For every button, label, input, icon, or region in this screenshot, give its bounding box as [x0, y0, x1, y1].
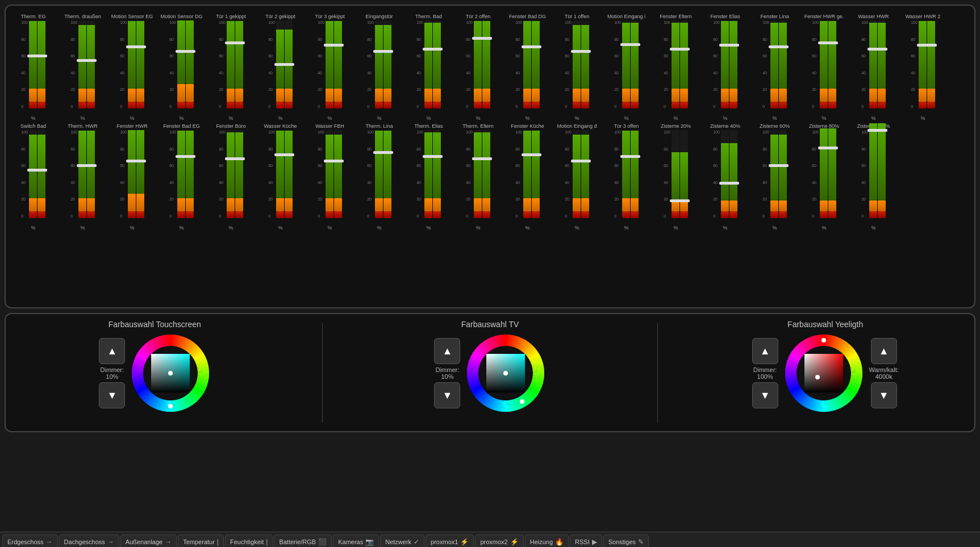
bar-left: [820, 130, 828, 218]
nav-label: Heizung: [530, 538, 553, 545]
bars: [523, 20, 540, 108]
sensor-percent-sign: %: [179, 115, 184, 121]
y-axis: 100 80 60 40 20 0: [762, 20, 769, 108]
sensor-item: Therm. EG 100 80 60 40 20 0: [9, 14, 57, 121]
color-wheel[interactable]: [466, 333, 545, 413]
sensor-percent-sign: %: [772, 225, 777, 231]
bar-right: [285, 130, 293, 218]
sensor-percent-sign: %: [377, 225, 381, 231]
nav-icon: 📷: [365, 538, 374, 546]
y-axis: 100 80 60 40 20 0: [367, 130, 374, 218]
thumb: [431, 48, 443, 51]
bar-left: [770, 20, 778, 108]
sensor-label: Zisterne 60%: [750, 123, 799, 129]
bars: [78, 20, 95, 108]
sensor-percent-sign: %: [525, 225, 529, 231]
bar-right: [532, 20, 540, 108]
bar-left: [177, 20, 185, 108]
bar-right: [37, 130, 45, 218]
dimmer-up-button[interactable]: ▲: [434, 338, 460, 364]
bars: [227, 20, 243, 108]
hue-picker-dot[interactable]: [821, 338, 826, 343]
sensor-item: Zisterne 100% 100 80 60 40 20 0: [849, 123, 898, 231]
color-picker-dot[interactable]: [503, 371, 508, 375]
bar-left: [523, 20, 531, 108]
thumb: [382, 151, 393, 154]
thumb: [678, 199, 690, 202]
nav-item-netzwerk[interactable]: Netzwerk ✓: [380, 535, 424, 547]
sensor-percent-sign: %: [723, 115, 727, 121]
y-axis: 100 80 60 40 20 0: [219, 20, 226, 108]
bar-right: [433, 130, 441, 218]
color-wheel[interactable]: [784, 333, 864, 413]
y-axis: 100 80 60 40 20 0: [466, 20, 473, 108]
thumb: [382, 50, 393, 53]
sensor-label: Tür 1 gekippt: [207, 14, 255, 19]
nav-label: Netzwerk: [385, 538, 411, 545]
bars: [573, 130, 589, 218]
sensor-label: Therm. EG: [9, 14, 57, 19]
sensor-percent-sign: %: [723, 225, 727, 231]
nav-item-sonstiges[interactable]: Sonstiges ✎: [603, 535, 649, 547]
nav-item-erdgeschoss[interactable]: Erdgeschoss →: [2, 535, 58, 547]
nav-icon: ⚡: [510, 538, 519, 546]
sensor-label: Fenster Elias: [701, 14, 749, 19]
bar-right: [729, 20, 737, 108]
sensor-percent-sign: %: [624, 115, 628, 121]
sensor-chart: 100 80 60 40 20 0: [120, 130, 144, 224]
sensor-chart: 100 80 60 40 20 0: [21, 20, 45, 114]
nav-item-proxmox2[interactable]: proxmox2 ⚡: [475, 535, 523, 547]
warm-cool-up-button[interactable]: ▲: [871, 338, 897, 364]
thumb: [579, 50, 591, 53]
color-wheel[interactable]: [131, 333, 210, 413]
hue-picker-dot[interactable]: [520, 399, 524, 404]
nav-item-batterie-rgb[interactable]: Batterie/RGB ⬛: [274, 535, 332, 547]
sensor-chart: 100 80 60 40 20 0: [762, 130, 787, 224]
sensor-label: Therm. draußen: [59, 14, 107, 19]
nav-icon: →: [46, 538, 53, 546]
dimmer-down-button[interactable]: ▼: [99, 382, 125, 408]
bar-left: [474, 20, 482, 108]
nav-item-heizung[interactable]: Heizung 🔥: [525, 535, 569, 547]
y-axis: 100 80 60 40 20 0: [169, 130, 176, 218]
sensor-chart: 100 80 60 40 20 0: [416, 130, 441, 224]
nav-item-kameras[interactable]: Kameras 📷: [333, 535, 379, 547]
nav-item-außenanlage[interactable]: Außenanlage →: [120, 535, 177, 547]
hue-picker-dot[interactable]: [168, 404, 173, 408]
warm-cool-down-button[interactable]: ▼: [871, 382, 897, 408]
sensor-item: Therm. Lina 100 80 60 40 20 0: [355, 123, 403, 231]
dimmer-down-button[interactable]: ▼: [434, 382, 460, 408]
nav-item-feuchtigkeit[interactable]: Feuchtigkeit |: [225, 535, 273, 547]
dimmer-up-button[interactable]: ▲: [752, 338, 778, 364]
warm-cool-label: Warm/kalt:4000k: [869, 366, 899, 380]
sensor-item: Motion Sensor EG 100 80 60 40 20 0: [108, 14, 156, 121]
sensor-chart: 100 80 60 40 20 0: [466, 20, 490, 114]
sensor-item: Wasser HWR 2 100 80 60 40 20 0: [899, 14, 947, 121]
sensor-percent-sign: %: [821, 115, 826, 121]
thumb: [233, 157, 245, 160]
nav-item-temperatur[interactable]: Temperatur |: [178, 535, 224, 547]
sensor-label: Fenster Lina: [750, 14, 799, 19]
bars: [919, 20, 935, 108]
dimmer-control: ▲ Dimmer:10% ▼: [434, 338, 460, 408]
sensor-chart: 100 80 60 40 20 0: [70, 130, 95, 224]
y-axis: 100 80 60 40 20 0: [762, 130, 769, 218]
dimmer-up-button[interactable]: ▲: [99, 338, 125, 364]
sensor-chart: 100 80 60 40 20 0: [169, 20, 194, 114]
dimmer-down-button[interactable]: ▼: [752, 382, 778, 408]
bars: [869, 20, 886, 108]
nav-item-rssi[interactable]: RSSI ▶: [570, 535, 602, 547]
sensor-item: Tür 1 offen 100 80 60 40 20 0: [553, 14, 601, 121]
bars: [721, 20, 737, 108]
sensor-label: Tür 1 offen: [553, 14, 601, 19]
bar-right: [680, 130, 688, 218]
color-picker-dot[interactable]: [168, 371, 173, 375]
dimmer-value: 10%: [441, 373, 453, 380]
dimmer-control: ▲ Dimmer:100% ▼: [752, 338, 778, 408]
sensor-chart: 100 80 60 40 20 0: [565, 130, 589, 224]
color-picker-dot[interactable]: [815, 375, 820, 379]
nav-item-dachgeschoss[interactable]: Dachgeschoss →: [59, 535, 119, 547]
bars: [770, 130, 787, 218]
nav-item-proxmox1[interactable]: proxmox1 ⚡: [426, 535, 474, 547]
sensor-item: Therm. draußen 100 80 60 40 20 0: [59, 14, 107, 121]
